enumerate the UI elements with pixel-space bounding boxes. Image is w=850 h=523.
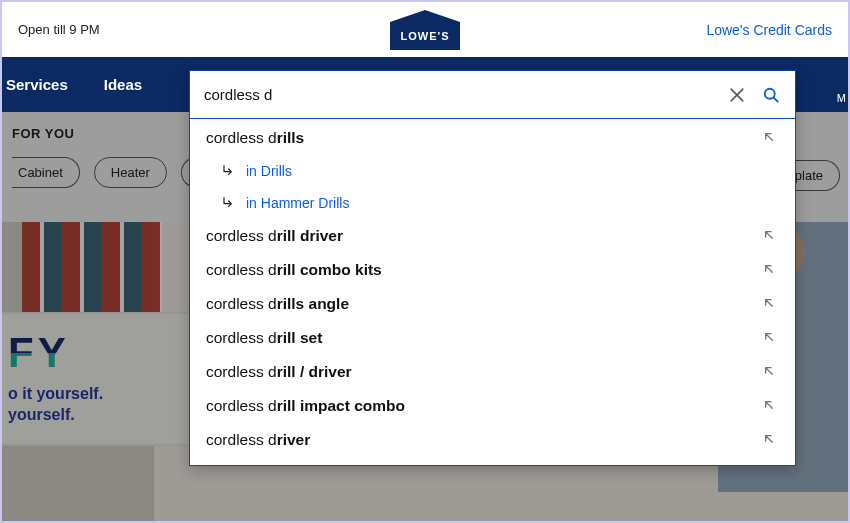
search-autocomplete-panel: cordless drillsin Drillsin Hammer Drills… [189, 70, 796, 466]
search-suggestion[interactable]: cordless drill impact combo [190, 389, 795, 423]
search-suggestion[interactable]: cordless drill driver [190, 219, 795, 253]
search-suggestion[interactable]: cordless drills angle [190, 287, 795, 321]
suggestion-text: in Drills [246, 163, 779, 179]
search-suggestion[interactable]: cordless drill / driver [190, 355, 795, 389]
subdirectory-arrow-icon [220, 195, 236, 211]
suggestion-text: cordless drill combo kits [206, 261, 761, 279]
search-suggestion-category[interactable]: in Drills [190, 155, 795, 187]
submit-search-button[interactable] [757, 81, 785, 109]
search-suggestion[interactable]: cordless drill combo kits [190, 253, 795, 287]
close-icon [727, 85, 747, 105]
search-suggestion[interactable]: cordless drill set [190, 321, 795, 355]
suggestion-text: in Hammer Drills [246, 195, 779, 211]
svg-line-3 [774, 97, 778, 101]
search-suggestion-category[interactable]: in Hammer Drills [190, 187, 795, 219]
suggestion-text: cordless drill impact combo [206, 397, 761, 415]
search-bar [190, 71, 795, 119]
credit-cards-link[interactable]: Lowe's Credit Cards [706, 22, 832, 38]
autofill-arrow-icon[interactable] [761, 329, 779, 347]
suggestion-text: cordless drills angle [206, 295, 761, 313]
autofill-arrow-icon[interactable] [761, 261, 779, 279]
clear-search-button[interactable] [723, 81, 751, 109]
search-suggestion[interactable]: cordless driver [190, 423, 795, 457]
svg-text:LOWE'S: LOWE'S [401, 30, 450, 42]
autofill-arrow-icon[interactable] [761, 363, 779, 381]
subdirectory-arrow-icon [220, 163, 236, 179]
autofill-arrow-icon[interactable] [761, 397, 779, 415]
search-input[interactable] [204, 86, 717, 103]
nav-ideas[interactable]: Ideas [104, 76, 142, 93]
search-suggestion[interactable]: cordless drills [190, 121, 795, 155]
nav-services[interactable]: Services [6, 76, 68, 93]
brand-logo[interactable]: LOWE'S [390, 10, 460, 50]
suggestion-text: cordless drill driver [206, 227, 761, 245]
nav-truncated-indicator: M [837, 92, 846, 104]
suggestion-text: cordless drills [206, 129, 761, 147]
utility-bar: Open till 9 PM LOWE'S Lowe's Credit Card… [2, 2, 848, 57]
autofill-arrow-icon[interactable] [761, 129, 779, 147]
autofill-arrow-icon[interactable] [761, 431, 779, 449]
suggestion-text: cordless drill / driver [206, 363, 761, 381]
store-hours[interactable]: Open till 9 PM [18, 22, 100, 37]
autofill-arrow-icon[interactable] [761, 227, 779, 245]
autofill-arrow-icon[interactable] [761, 295, 779, 313]
search-icon [761, 85, 781, 105]
suggestion-text: cordless drill set [206, 329, 761, 347]
suggestion-text: cordless driver [206, 431, 761, 449]
search-suggestions: cordless drillsin Drillsin Hammer Drills… [190, 119, 795, 465]
